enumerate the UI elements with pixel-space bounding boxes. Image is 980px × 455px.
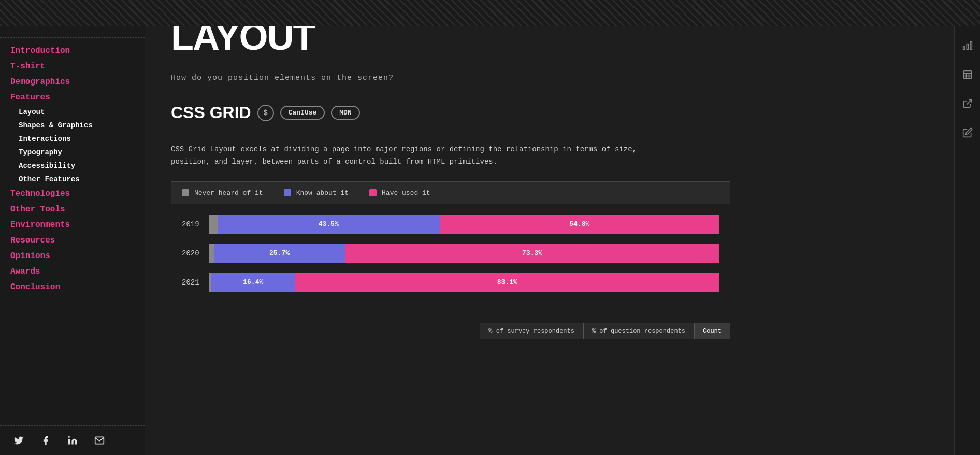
bar-segment-blue-2019: 43.5% bbox=[218, 215, 440, 234]
main-content: LAYOUT How do you position elements on t… bbox=[145, 0, 954, 455]
email-icon[interactable] bbox=[91, 432, 108, 449]
tab-question-respondents[interactable]: % of question respondents bbox=[583, 323, 694, 339]
bar-track-2019: 43.5% 54.8% bbox=[209, 215, 719, 234]
sidebar-item-conclusion[interactable]: Conclusion bbox=[0, 279, 145, 295]
twitter-icon[interactable] bbox=[10, 432, 27, 449]
dollar-badge: $ bbox=[257, 105, 274, 121]
bar-segment-blue-2021: 16.4% bbox=[211, 273, 295, 292]
sidebar-item-opinions[interactable]: Opinions bbox=[0, 248, 145, 264]
sidebar-item-typography[interactable]: Typography bbox=[0, 146, 145, 159]
facebook-icon[interactable] bbox=[37, 432, 54, 449]
section-header: CSS GRID $ CanIUse MDN bbox=[171, 103, 928, 122]
mdn-button[interactable]: MDN bbox=[331, 106, 359, 120]
sidebar-item-interactions[interactable]: Interactions bbox=[0, 132, 145, 146]
edit-icon[interactable] bbox=[958, 123, 977, 142]
sidebar-item-shapes[interactable]: Shapes & Graphics bbox=[0, 119, 145, 132]
legend-know-about: Know about it bbox=[284, 189, 349, 197]
bar-segment-pink-2021: 83.1% bbox=[295, 273, 719, 292]
chart-row-2020: 2020 25.7% 73.3% bbox=[182, 244, 719, 263]
section-title: CSS GRID bbox=[171, 103, 251, 122]
legend-have-used: Have used it bbox=[369, 189, 430, 197]
chart-year-2020: 2020 bbox=[182, 249, 203, 258]
sidebar-item-accessibility[interactable]: Accessibility bbox=[0, 159, 145, 173]
tab-count[interactable]: Count bbox=[694, 323, 730, 339]
sidebar-item-resources[interactable]: Resources bbox=[0, 233, 145, 248]
sidebar-item-introduction[interactable]: Introduction bbox=[0, 43, 145, 59]
sidebar-item-features[interactable]: Features bbox=[0, 90, 145, 105]
bar-segment-gray-2019 bbox=[209, 215, 218, 234]
nav-items: Introduction T-shirt Demographics Featur… bbox=[0, 38, 145, 425]
svg-rect-8 bbox=[967, 44, 968, 50]
svg-rect-9 bbox=[963, 46, 964, 50]
page-subtitle: How do you position elements on the scre… bbox=[171, 74, 928, 82]
chart-row-2021: 2021 16.4% 83.1% bbox=[182, 273, 719, 292]
legend-dot-gray bbox=[182, 189, 189, 196]
bar-track-2020: 25.7% 73.3% bbox=[209, 244, 719, 263]
chart-bars: 2019 43.5% 54.8% 2020 25.7% 73.3% 2021 bbox=[171, 204, 730, 312]
sidebar-item-other-tools[interactable]: Other Tools bbox=[0, 202, 145, 217]
legend-label-never: Never heard of it bbox=[194, 189, 263, 197]
bar-segment-pink-2019: 54.8% bbox=[440, 215, 719, 234]
chart-row-2019: 2019 43.5% 54.8% bbox=[182, 215, 719, 234]
caniuse-button[interactable]: CanIUse bbox=[280, 106, 325, 120]
chart-footer: % of survey respondents % of question re… bbox=[171, 323, 730, 339]
sidebar-item-tshirt[interactable]: T-shirt bbox=[0, 59, 145, 74]
sidebar-item-environments[interactable]: Environments bbox=[0, 217, 145, 233]
chart-year-2019: 2019 bbox=[182, 220, 203, 229]
bar-segment-pink-2020: 73.3% bbox=[345, 244, 719, 263]
tab-survey-respondents[interactable]: % of survey respondents bbox=[480, 323, 583, 339]
chart-legend: Never heard of it Know about it Have use… bbox=[171, 182, 730, 204]
sidebar-item-demographics[interactable]: Demographics bbox=[0, 74, 145, 90]
table-icon[interactable] bbox=[958, 65, 977, 84]
bar-segment-blue-2020: 25.7% bbox=[214, 244, 345, 263]
svg-line-15 bbox=[967, 100, 971, 105]
chart-year-2021: 2021 bbox=[182, 278, 203, 287]
right-toolbar bbox=[954, 0, 980, 455]
sidebar: 2021 Introduction T-shirt Demographics F… bbox=[0, 0, 145, 455]
sidebar-item-other-features[interactable]: Other Features bbox=[0, 173, 145, 186]
bar-track-2021: 16.4% 83.1% bbox=[209, 273, 719, 292]
svg-point-6 bbox=[68, 436, 70, 438]
section-divider bbox=[171, 133, 928, 133]
external-link-icon[interactable] bbox=[958, 94, 977, 113]
sidebar-item-technologies[interactable]: Technologies bbox=[0, 186, 145, 202]
bar-chart-icon[interactable] bbox=[958, 36, 977, 55]
legend-dot-blue bbox=[284, 189, 291, 196]
linkedin-icon[interactable] bbox=[64, 432, 81, 449]
section-description: CSS Grid Layout excels at dividing a pag… bbox=[171, 144, 715, 168]
sidebar-item-awards[interactable]: Awards bbox=[0, 264, 145, 279]
sidebar-footer bbox=[0, 425, 145, 455]
legend-label-know: Know about it bbox=[296, 189, 349, 197]
legend-label-used: Have used it bbox=[382, 189, 430, 197]
legend-never-heard: Never heard of it bbox=[182, 189, 263, 197]
chart-container: Never heard of it Know about it Have use… bbox=[171, 181, 730, 312]
sidebar-item-layout[interactable]: Layout bbox=[0, 105, 145, 119]
bar-segment-gray-2020 bbox=[209, 244, 214, 263]
svg-rect-10 bbox=[963, 71, 971, 79]
svg-rect-7 bbox=[970, 42, 972, 50]
legend-dot-pink bbox=[369, 189, 377, 196]
